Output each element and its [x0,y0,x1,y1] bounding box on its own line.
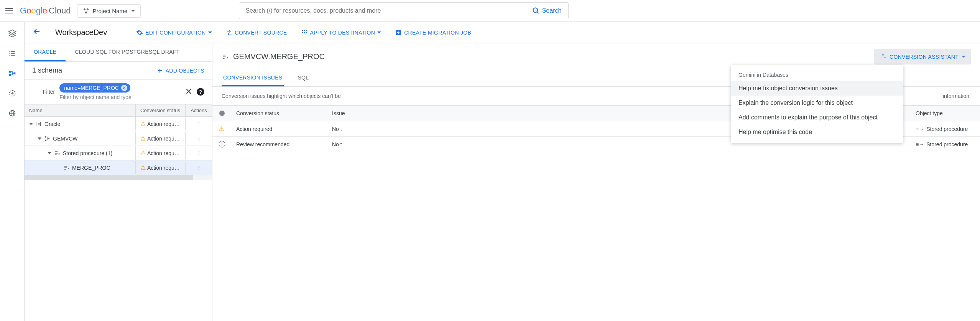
rail-layers-icon[interactable] [8,29,17,38]
svg-rect-17 [302,32,303,33]
more-actions-icon[interactable]: ⋮ [196,136,201,142]
issue-type: Stored procedure [926,126,968,132]
horizontal-scrollbar[interactable] [25,175,212,180]
more-actions-icon[interactable]: ⋮ [196,165,201,171]
add-objects-button[interactable]: ADD OBJECTS [156,67,204,74]
svg-rect-9 [9,74,11,76]
procedure-icon: ≡→ [916,126,924,132]
more-actions-icon[interactable]: ⋮ [196,150,201,156]
project-selector[interactable]: Project Name [77,4,141,18]
filter-chip-text: name=MERGE_PROC [64,85,119,91]
tab-sql[interactable]: SQL [296,70,310,86]
logo-cloud-text: Cloud [49,6,71,16]
menu-item-add-comments[interactable]: Add comments to explain the purpose of t… [731,110,903,125]
chevron-down-icon [962,56,965,58]
chevron-down-icon [377,31,381,33]
conversion-assistant-button[interactable]: CONVERSION ASSISTANT [874,49,971,65]
apply-dest-label: APPLY TO DESTINATION [310,30,375,36]
rail-migrate-icon[interactable] [8,89,17,98]
expand-icon[interactable] [38,137,41,140]
svg-rect-14 [302,30,303,31]
warning-icon: ⚠ [140,121,146,127]
search-button[interactable]: Search [525,3,569,19]
tree-row-merge-proc[interactable]: MERGE_PROC ⚠Action requ… ⋮ [25,160,212,175]
tree-row-oracle[interactable]: Oracle ⚠Action requ… ⋮ [25,117,212,131]
warning-icon: ⚠ [140,164,146,171]
more-actions-icon[interactable]: ⋮ [196,121,201,127]
procedure-icon: ≡→ [916,141,924,147]
add-objects-label: ADD OBJECTS [166,68,204,74]
content: WorkspaceDev EDIT CONFIGURATION CONVERT … [25,22,980,321]
tree-row-sproc-group[interactable]: Stored procedure (1) ⚠Action requ… ⋮ [25,146,212,160]
menu-item-explain-logic[interactable]: Explain the conversion logic for this ob… [731,96,903,110]
rail-workspace-icon[interactable] [8,69,17,78]
sparkle-icon [880,53,886,61]
help-icon[interactable]: ? [197,88,204,96]
filter-chip[interactable]: name=MERGE_PROC ✕ [59,83,130,93]
convert-source-button[interactable]: CONVERT SOURCE [226,29,287,36]
info-icon: ⓘ [219,140,225,149]
filter-icon [32,88,40,96]
main-layout: WorkspaceDev EDIT CONFIGURATION CONVERT … [0,22,980,321]
tree-row-schema[interactable]: GEMVCW ⚠Action requ… ⋮ [25,131,212,146]
tab-postgresql[interactable]: CLOUD SQL FOR POSTGRESQL DRAFT [66,43,189,61]
issue-type: Stored procedure [926,141,968,147]
create-migration-job-button[interactable]: CREATE MIGRATION JOB [395,29,471,36]
expand-icon[interactable] [48,152,51,154]
filter-label: Filter [32,88,55,96]
svg-rect-16 [306,30,307,31]
apply-destination-button[interactable]: APPLY TO DESTINATION [301,29,381,36]
search-button-label: Search [542,7,562,14]
ca-button-label: CONVERSION ASSISTANT [890,54,959,60]
filter-placeholder: Filter by object name and type [59,94,181,100]
tree-label: MERGE_PROC [72,165,110,171]
menu-item-optimise[interactable]: Help me optimise this code [731,125,903,139]
tab-conversion-issues[interactable]: CONVERSION ISSUES [222,70,284,86]
plus-box-icon [395,29,402,36]
conversion-assistant-menu: Gemini in Databases Help me fix object c… [731,65,903,143]
chip-close-icon[interactable]: ✕ [121,85,127,91]
tree-label: GEMVCW [53,136,78,142]
tree-label: Stored procedure (1) [63,150,112,156]
edit-configuration-button[interactable]: EDIT CONFIGURATION [136,29,212,36]
tab-oracle[interactable]: ORACLE [25,43,66,61]
svg-rect-6 [9,55,10,56]
col-name: Name [25,104,135,116]
col-object-type: Object type [911,106,980,121]
tree-header: Name Conversion status Actions [25,104,212,117]
procedure-icon [54,150,61,157]
filter-chip-area[interactable]: name=MERGE_PROC ✕ Filter by object name … [59,83,181,100]
col-conv-status: Conversion status [232,106,327,121]
warning-icon: ⚠ [140,150,146,156]
clear-filter-icon[interactable]: ✕ [185,87,192,97]
chevron-down-icon [208,31,212,33]
project-dots-icon [83,8,89,14]
svg-rect-4 [9,53,10,54]
object-title: GEMVCW.MERGE_PROC [222,52,325,61]
svg-rect-18 [304,32,305,33]
menu-item-fix-issues[interactable]: Help me fix object conversion issues [731,81,903,96]
edit-config-label: EDIT CONFIGURATION [145,30,206,36]
rail-list-icon[interactable] [8,49,17,58]
expand-icon[interactable] [29,123,33,125]
search-input[interactable] [239,7,525,14]
back-arrow-icon[interactable] [32,27,41,38]
svg-point-0 [533,8,538,13]
left-pane: ORACLE CLOUD SQL FOR POSTGRESQL DRAFT 1 … [25,43,212,321]
svg-rect-19 [306,32,307,33]
right-pane: GEMVCW.MERGE_PROC CONVERSION ASSISTANT C… [212,43,980,321]
rail-globe-icon[interactable] [8,109,17,118]
svg-rect-24 [48,138,49,139]
google-cloud-logo[interactable]: Google Cloud [20,6,71,16]
convert-icon [226,29,233,36]
svg-rect-8 [9,71,11,73]
col-status: Conversion status [135,104,185,116]
svg-rect-3 [11,51,15,52]
hamburger-menu-icon[interactable] [5,6,14,15]
tree-label: Oracle [44,121,60,127]
svg-rect-7 [11,55,15,56]
svg-rect-2 [9,51,10,52]
side-rail [0,22,25,321]
warning-icon: ⚠ [219,125,224,132]
issue-status: Action required [232,121,327,137]
